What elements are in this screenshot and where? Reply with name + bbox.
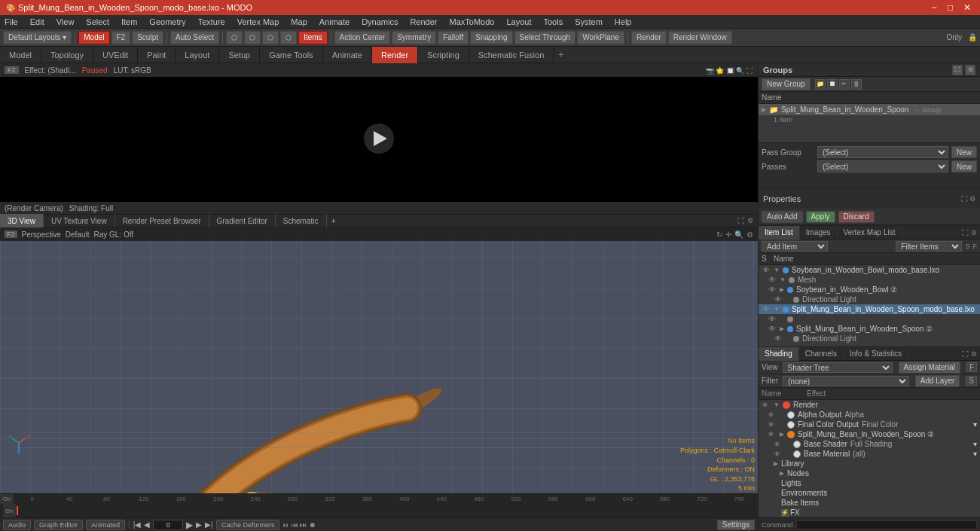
menu-layout[interactable]: Layout	[505, 17, 533, 26]
eye-icon-5[interactable]: 👁	[768, 315, 777, 323]
shader-row-base-shader[interactable]: 👁 ▶ Base Shader Full Shading ▾	[771, 439, 980, 449]
shader-row-material[interactable]: 👁 ▶ Split_Mung_Bean_in_Wooden_Spoon ②	[765, 429, 980, 439]
vp-tab-schematic[interactable]: Schematic	[276, 214, 327, 227]
shape-btn-2[interactable]: ⬡	[244, 31, 261, 44]
properties-gear-icon[interactable]: ⚙	[969, 195, 975, 203]
symmetry-btn[interactable]: Symmetry	[392, 31, 436, 44]
filter-f-btn[interactable]: F	[972, 243, 977, 250]
tab-animate[interactable]: Animate	[323, 47, 372, 63]
audio-btn[interactable]: Audio	[3, 520, 31, 530]
graph-editor-btn[interactable]: Graph Editor	[34, 520, 83, 530]
f-key-label[interactable]: F	[966, 362, 977, 372]
layout-select[interactable]: Default Layouts ▾	[3, 31, 72, 44]
shader-row-library[interactable]: ▶ Library	[759, 459, 980, 468]
menu-geometry[interactable]: Geometry	[148, 17, 187, 26]
vp-icon-rotate[interactable]: ↻	[716, 230, 722, 239]
pass-group-select[interactable]: (Select)	[817, 146, 948, 158]
shader-row-render[interactable]: 👁 ▼ Render	[759, 400, 980, 410]
group-item-1[interactable]: ▶ 📁 Split_Mung_Bean_in_Wooden_Spoon → Gr…	[759, 104, 980, 115]
shader-row-nodes[interactable]: ▶ Nodes	[765, 468, 980, 478]
groups-expand-icon[interactable]: ⛶	[952, 65, 963, 75]
menu-item[interactable]: Item	[120, 17, 139, 26]
item-row-2[interactable]: 👁 ▶ Soybean_in_Wooden_Bowl ②	[765, 285, 980, 294]
next-frame-icon[interactable]: ▶	[196, 520, 202, 529]
shader-expand-library[interactable]: ▶	[774, 460, 778, 467]
shader-row-lights[interactable]: ▶ Lights	[759, 478, 980, 488]
shader-expand-render[interactable]: ▼	[774, 401, 780, 408]
prev-key-icon[interactable]: |◀	[133, 520, 142, 529]
shader-tree-select[interactable]: Shader Tree	[783, 362, 893, 373]
item-expand-0[interactable]: ▼	[774, 267, 780, 273]
item-row-5[interactable]: 👁 ▶	[765, 314, 980, 324]
groups-gear-icon[interactable]: ⚙	[965, 65, 975, 75]
effect-dropdown-base-shader[interactable]: ▾	[973, 440, 977, 448]
shading-tab-shading[interactable]: Shading	[759, 347, 799, 361]
eye-icon-2[interactable]: 👁	[768, 285, 777, 294]
menu-animate[interactable]: Animate	[318, 17, 351, 26]
snapping-btn[interactable]: Snapping	[470, 31, 512, 44]
apply-btn[interactable]: Apply	[806, 211, 835, 223]
add-layer-btn[interactable]: Add Layer	[915, 375, 960, 387]
tab-vertex-map-list[interactable]: Vertex Map List	[838, 226, 902, 240]
menu-map[interactable]: Map	[289, 17, 308, 26]
tab-schematic-fusion[interactable]: Schematic Fusion	[469, 47, 554, 63]
title-bar-controls[interactable]: − □ ✕	[929, 2, 974, 13]
s-key-label[interactable]: S	[966, 376, 977, 386]
vp-tab-uv[interactable]: UV Texture View	[44, 214, 115, 227]
group-icon2[interactable]: 🔲	[827, 79, 838, 90]
group-icon4[interactable]: 🗑	[851, 79, 862, 90]
settings-btn[interactable]: Settings	[717, 520, 755, 530]
shading-expand-icon[interactable]: ⛶	[962, 350, 969, 358]
item-row-7[interactable]: 👁 ▶ Directional Light	[771, 334, 980, 343]
item-expand-2[interactable]: ▶	[780, 286, 784, 293]
action-center-btn[interactable]: Action Center	[334, 31, 391, 44]
maximize-btn[interactable]: □	[945, 2, 956, 13]
mode-model-btn[interactable]: Model	[78, 31, 109, 44]
menu-file[interactable]: File	[3, 17, 20, 26]
menu-dynamics[interactable]: Dynamics	[360, 17, 399, 26]
shader-row-final-color[interactable]: 👁 ▶ Final Color Output Final Color ▾	[765, 420, 980, 429]
vp-tab-render-preset[interactable]: Render Preset Browser	[115, 214, 209, 227]
item-list-expand-icon[interactable]: ⛶	[962, 229, 969, 237]
eye-icon-7[interactable]: 👁	[774, 334, 783, 343]
auto-add-btn[interactable]: Auto Add	[762, 211, 803, 223]
tab-game-tools[interactable]: Game Tools	[260, 47, 323, 63]
falloff-btn[interactable]: Falloff	[438, 31, 469, 44]
timeline-track-row[interactable]: On	[0, 504, 758, 517]
eye-icon-final[interactable]: 👁	[768, 421, 777, 429]
vp-icon-pan[interactable]: ✛	[725, 230, 731, 239]
viewport-gear-icon[interactable]: ⚙	[747, 217, 753, 224]
shader-row-environments[interactable]: ▶ Environments	[759, 488, 980, 498]
menu-view[interactable]: View	[55, 17, 76, 26]
menu-edit[interactable]: Edit	[29, 17, 46, 26]
timeline-track[interactable]	[17, 504, 755, 517]
menu-texture[interactable]: Texture	[197, 17, 227, 26]
command-input[interactable]	[796, 520, 977, 529]
eye-icon-4[interactable]: 👁	[762, 305, 771, 313]
tab-layout[interactable]: Layout	[176, 47, 219, 63]
group-icon1[interactable]: 📁	[815, 79, 826, 90]
effect-dropdown-base-material[interactable]: ▾	[973, 450, 977, 458]
add-tab-btn[interactable]: +	[554, 49, 568, 61]
vp-icon-zoom[interactable]: 🔍	[734, 230, 743, 239]
filter-s-btn[interactable]: S	[965, 243, 969, 250]
item-list-gear-icon[interactable]: ⚙	[971, 229, 977, 237]
vp-icon-settings[interactable]: ⚙	[746, 230, 753, 239]
tab-scripting[interactable]: Scripting	[418, 47, 469, 63]
tab-setup[interactable]: Setup	[219, 47, 260, 63]
eye-icon-base-material[interactable]: 👁	[774, 450, 783, 458]
item-expand-1[interactable]: ▼	[780, 276, 786, 283]
viewport-expand-icon[interactable]: ⛶	[737, 217, 744, 224]
group-icon3[interactable]: ✏	[839, 79, 850, 90]
item-row-6[interactable]: 👁 ▶ Split_Mung_Bean_in_Wooden_Spoon ②	[765, 324, 980, 334]
menu-tools[interactable]: Tools	[542, 17, 564, 26]
menu-system[interactable]: System	[573, 17, 604, 26]
assign-material-btn[interactable]: Assign Material	[899, 362, 960, 374]
eye-icon-render[interactable]: 👁	[762, 401, 771, 409]
shader-expand-material[interactable]: ▶	[780, 431, 784, 438]
shading-tab-info[interactable]: Info & Statistics	[844, 347, 908, 361]
minimize-btn[interactable]: −	[929, 2, 940, 13]
tab-item-list[interactable]: Item List	[759, 226, 800, 240]
effect-dropdown-final[interactable]: ▾	[973, 420, 977, 429]
vp-tab-plus[interactable]: +	[327, 215, 340, 226]
